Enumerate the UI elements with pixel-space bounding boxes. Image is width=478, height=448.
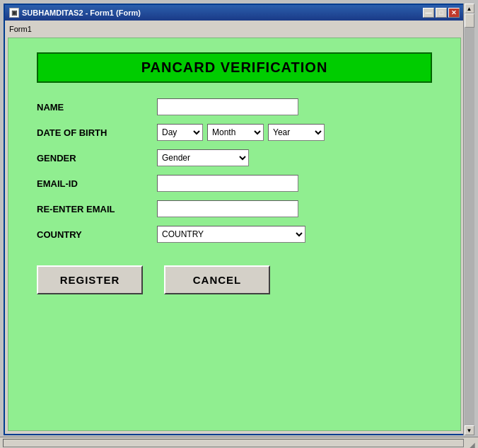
window-title: SUBHAMDITAS2 - Form1 (Form)	[22, 8, 141, 17]
country-label: COUNTRY	[37, 229, 150, 240]
scroll-down-button[interactable]: ▼	[465, 425, 474, 435]
form-label: Form1	[8, 23, 461, 35]
gender-row: GENDER Gender Male Female Other	[37, 149, 432, 166]
name-row: NAME	[37, 98, 432, 115]
year-select[interactable]: Year 1990199119921993 1994199519961997 1…	[268, 124, 325, 141]
email-label: EMAIL-ID	[37, 178, 150, 189]
window-content: Form1 PANCARD VERIFICATION NAME DATE OF …	[5, 21, 464, 434]
name-input[interactable]	[157, 98, 298, 115]
scroll-thumb[interactable]	[465, 13, 474, 28]
window-icon: ▣	[9, 8, 19, 18]
country-select[interactable]: COUNTRY India USA UK Australia Canada	[157, 226, 305, 243]
gender-label: GENDER	[37, 153, 150, 163]
day-select[interactable]: Day 12345 678910 1112131415 1617181920 2…	[157, 124, 203, 141]
gender-select[interactable]: Gender Male Female Other	[157, 149, 249, 166]
title-bar-buttons: — □ ✕	[423, 8, 460, 18]
register-button[interactable]: REGISTER	[37, 265, 143, 294]
scroll-up-button[interactable]: ▲	[465, 4, 474, 13]
form-title: PANCARD VERIFICATION	[37, 52, 432, 83]
maximize-button[interactable]: □	[436, 8, 447, 18]
buttons-row: REGISTER CANCEL	[37, 265, 432, 294]
form-panel: PANCARD VERIFICATION NAME DATE OF BIRTH …	[8, 38, 461, 431]
re-email-row: RE-ENTER EMAIL	[37, 200, 432, 217]
status-bar: ◢	[0, 437, 478, 448]
name-label: NAME	[37, 102, 150, 113]
dob-row: DATE OF BIRTH Day 12345 678910 111213141…	[37, 124, 432, 141]
country-row: COUNTRY COUNTRY India USA UK Australia C…	[37, 226, 432, 243]
resize-grip[interactable]: ◢	[464, 437, 475, 449]
close-button[interactable]: ✕	[448, 8, 460, 18]
email-row: EMAIL-ID	[37, 175, 432, 192]
month-select[interactable]: Month JanuaryFebruaryMarchApril MayJuneJ…	[207, 124, 264, 141]
vertical-scrollbar[interactable]: ▲ ▼	[463, 4, 474, 435]
email-input[interactable]	[157, 175, 298, 192]
status-bar-inner	[3, 439, 464, 447]
scroll-track	[465, 13, 474, 425]
re-email-input[interactable]	[157, 200, 298, 217]
minimize-button[interactable]: —	[423, 8, 434, 18]
dob-label: DATE OF BIRTH	[37, 127, 150, 138]
re-email-label: RE-ENTER EMAIL	[37, 204, 150, 214]
title-bar: ▣ SUBHAMDITAS2 - Form1 (Form) — □ ✕	[5, 5, 464, 21]
cancel-button[interactable]: CANCEL	[164, 265, 270, 294]
dob-selects: Day 12345 678910 1112131415 1617181920 2…	[157, 124, 325, 141]
